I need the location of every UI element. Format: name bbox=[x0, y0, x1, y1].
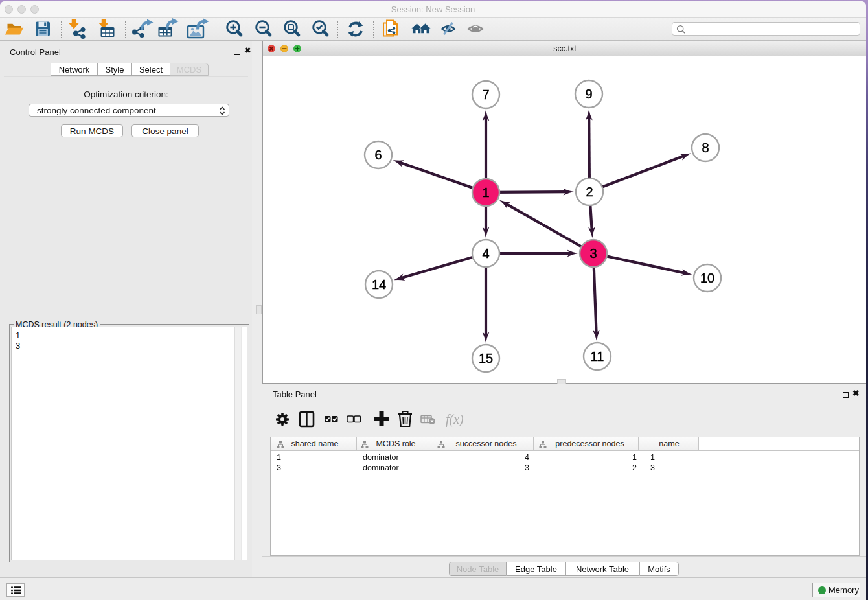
svg-text:2: 2 bbox=[586, 185, 593, 199]
svg-text:4: 4 bbox=[482, 246, 489, 260]
svg-text:1: 1 bbox=[482, 185, 489, 200]
svg-text:f(x): f(x) bbox=[446, 412, 464, 427]
svg-text:6: 6 bbox=[374, 148, 382, 162]
svg-text:14: 14 bbox=[372, 277, 386, 292]
svg-text:3: 3 bbox=[589, 246, 597, 260]
svg-text:7: 7 bbox=[482, 87, 489, 102]
svg-text:8: 8 bbox=[702, 141, 709, 155]
svg-text:15: 15 bbox=[479, 351, 493, 365]
svg-text:10: 10 bbox=[700, 271, 714, 285]
svg-text:11: 11 bbox=[591, 349, 604, 363]
svg-text:9: 9 bbox=[585, 87, 592, 101]
